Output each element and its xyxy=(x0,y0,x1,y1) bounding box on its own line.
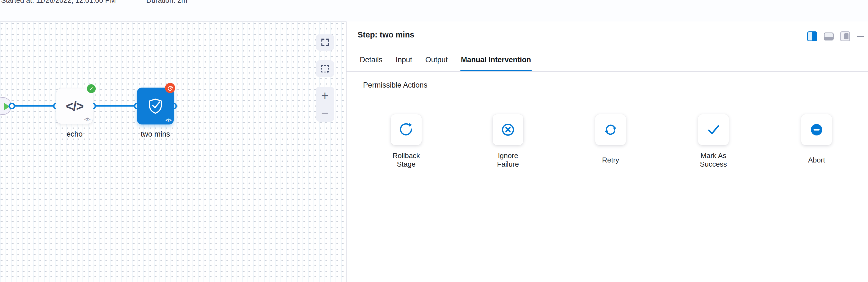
started-at-text: Started at: 11/26/2022, 12:01:00 PM xyxy=(1,0,116,5)
execution-status-bar: Started at: 11/26/2022, 12:01:00 PM Dura… xyxy=(0,0,868,22)
action-retry: Retry xyxy=(580,114,641,169)
split-view-icon[interactable] xyxy=(807,31,817,41)
panel-layout-controls xyxy=(807,31,864,42)
action-label: Rollback Stage xyxy=(384,151,428,169)
action-label: Retry xyxy=(589,151,632,169)
action-label: Abort xyxy=(795,151,839,169)
action-rollback-stage: Rollback Stage xyxy=(375,114,437,169)
action-abort: Abort xyxy=(786,114,847,169)
retry-icon xyxy=(602,122,619,138)
tab-input[interactable]: Input xyxy=(395,56,413,71)
rollback-stage-button[interactable] xyxy=(391,114,422,145)
rollback-icon xyxy=(398,122,414,138)
pipeline-execution-screen: Started at: 11/26/2022, 12:01:00 PM Dura… xyxy=(0,0,868,282)
tab-output[interactable]: Output xyxy=(425,56,448,71)
action-label: Mark As Success xyxy=(691,151,736,169)
action-mark-as-success: Mark As Success xyxy=(683,114,744,169)
step-tabs: Details Input Output Manual Intervention xyxy=(359,56,532,71)
node-label-twomins: two mins xyxy=(137,130,174,139)
shield-check-icon xyxy=(147,97,164,115)
zoom-in-button[interactable]: + xyxy=(316,87,334,104)
pipeline-canvas[interactable]: </> </> ✓ </> echo two mins xyxy=(0,22,346,282)
panel-title: Step: two mins xyxy=(358,30,414,39)
canvas-controls: + − xyxy=(316,34,334,122)
fit-to-screen-icon xyxy=(321,38,330,47)
tabs-divider xyxy=(346,71,868,72)
timeout-badge-icon xyxy=(165,83,175,93)
marquee-select-icon xyxy=(321,65,329,73)
tab-manual-intervention[interactable]: Manual Intervention xyxy=(460,56,532,71)
code-step-icon: </> xyxy=(66,98,83,114)
ignore-failure-button[interactable] xyxy=(493,114,523,145)
abort-button[interactable] xyxy=(801,114,832,145)
bottom-view-icon[interactable] xyxy=(824,32,834,40)
mark-as-success-button[interactable] xyxy=(698,114,729,145)
duration-text: Duration: 2m xyxy=(146,0,187,5)
edge-start-to-echo xyxy=(12,105,56,107)
edge-echo-to-twomins xyxy=(93,105,137,107)
minimize-icon[interactable] xyxy=(857,36,864,37)
port-start-out xyxy=(8,103,15,109)
fit-to-screen-button[interactable] xyxy=(316,34,334,51)
success-badge-icon: ✓ xyxy=(87,84,96,93)
permissible-actions-title: Permissible Actions xyxy=(363,81,427,89)
script-type-icon: </> xyxy=(84,117,90,122)
script-type-icon: </> xyxy=(165,118,172,123)
zoom-out-button[interactable]: − xyxy=(316,104,334,122)
ignore-failure-icon xyxy=(500,122,516,138)
step-node-twomins[interactable]: </> xyxy=(137,88,174,124)
retry-button[interactable] xyxy=(595,114,626,145)
zoom-control: + − xyxy=(316,87,334,122)
action-ignore-failure: Ignore Failure xyxy=(477,114,539,169)
right-view-icon[interactable] xyxy=(840,31,850,41)
step-node-echo[interactable]: </> </> xyxy=(56,88,93,124)
tab-details[interactable]: Details xyxy=(359,56,383,71)
abort-icon xyxy=(809,122,825,138)
node-label-echo: echo xyxy=(56,130,93,139)
content-divider xyxy=(353,176,861,176)
marquee-select-button[interactable] xyxy=(316,60,334,77)
mark-success-icon xyxy=(706,122,721,138)
action-label: Ignore Failure xyxy=(486,151,530,169)
step-details-panel: Step: two mins Details Input Output Manu… xyxy=(346,22,868,282)
